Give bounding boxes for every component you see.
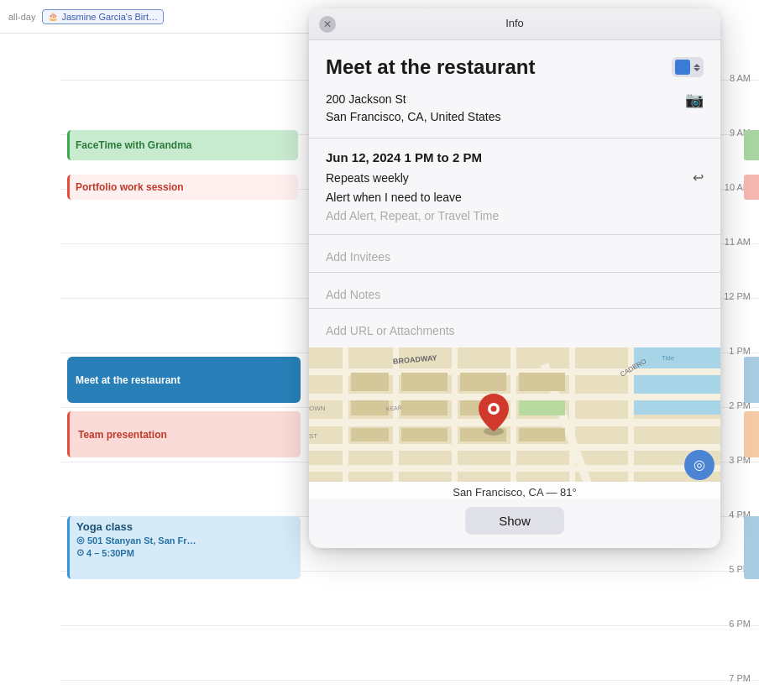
- location-row: 200 Jackson St San Francisco, CA, United…: [326, 91, 704, 126]
- time-8am: 8 AM: [730, 73, 751, 83]
- time-11am: 11 AM: [725, 237, 751, 247]
- hour-line-7pm: [60, 680, 759, 681]
- allday-event[interactable]: 🎂 Jasmine Garcia's Birt…: [42, 9, 164, 24]
- allday-row: all-day 🎂 Jasmine Garcia's Birt…: [0, 0, 311, 34]
- video-camera-icon[interactable]: 📷: [685, 91, 704, 109]
- svg-rect-18: [351, 400, 389, 415]
- close-button[interactable]: ✕: [319, 16, 336, 33]
- repeat-text: Repeats weekly: [326, 171, 409, 185]
- color-chevrons: [694, 64, 700, 71]
- location-line2: San Francisco, CA, United States: [326, 108, 501, 126]
- svg-rect-10: [510, 347, 516, 482]
- svg-text:ST: ST: [309, 432, 317, 440]
- svg-rect-24: [519, 428, 565, 441]
- info-panel-title: Info: [505, 17, 524, 29]
- svg-rect-11: [569, 347, 575, 482]
- right-event-1[interactable]: [744, 130, 759, 160]
- divider-4: [309, 308, 720, 309]
- repeat-row: Repeats weekly ↩: [326, 170, 704, 185]
- event-title-row: Meet at the restaurant: [326, 55, 704, 79]
- chevron-down-icon: [694, 68, 700, 71]
- time-6pm: 6 PM: [729, 619, 751, 629]
- divider-1: [309, 138, 720, 138]
- event-title: Meet at the restaurant: [326, 55, 535, 79]
- svg-rect-16: [460, 373, 506, 391]
- location-line1: 200 Jackson St: [326, 91, 501, 108]
- clock-icon: ⊙: [76, 547, 84, 558]
- add-alert-placeholder[interactable]: Add Alert, Repeat, or Travel Time: [326, 209, 704, 222]
- info-panel-body: Meet at the restaurant 200 Jackson St Sa…: [309, 40, 720, 344]
- map-visual: BROADWAY CADERO OWN ST KEAR Tide ◎: [309, 347, 720, 482]
- svg-rect-8: [393, 347, 399, 482]
- svg-rect-17: [519, 373, 565, 391]
- svg-text:OWN: OWN: [309, 405, 326, 412]
- calendar-color-selector[interactable]: [672, 57, 704, 77]
- event-datetime: Jun 12, 2024 1 PM to 2 PM: [326, 150, 704, 165]
- alert-text: Alert when I need to leave: [326, 191, 704, 204]
- yoga-address: ◎ 501 Stanyan St, San Fr…: [76, 535, 294, 546]
- time-7pm: 7 PM: [729, 673, 751, 683]
- add-url[interactable]: Add URL or Attachments: [326, 317, 704, 344]
- repeat-icon[interactable]: ↩: [693, 170, 704, 185]
- right-event-5[interactable]: [744, 516, 759, 579]
- svg-rect-9: [452, 347, 458, 482]
- svg-rect-22: [401, 428, 448, 441]
- divider-2: [309, 234, 720, 235]
- yoga-title: Yoga class: [76, 520, 294, 533]
- svg-rect-21: [351, 428, 389, 441]
- svg-text:Tide: Tide: [662, 354, 675, 362]
- allday-label: all-day: [8, 12, 35, 22]
- allday-event-text: Jasmine Garcia's Birt…: [61, 12, 158, 22]
- info-panel: ✕ Info Meet at the restaurant 200 Jackso…: [309, 8, 720, 548]
- birthday-icon: 🎂: [48, 12, 58, 21]
- time-1pm: 1 PM: [729, 346, 751, 356]
- svg-rect-19: [401, 400, 448, 415]
- info-panel-header: ✕ Info: [309, 8, 720, 40]
- hour-line-6pm: [60, 625, 759, 626]
- show-button[interactable]: Show: [465, 507, 564, 535]
- right-event-3[interactable]: [744, 357, 759, 403]
- add-notes[interactable]: Add Notes: [326, 281, 704, 308]
- event-portfolio[interactable]: Portfolio work session: [67, 175, 298, 200]
- svg-rect-15: [401, 373, 448, 391]
- map-svg: BROADWAY CADERO OWN ST KEAR Tide ◎: [309, 347, 720, 482]
- svg-rect-25: [519, 400, 565, 415]
- event-restaurant[interactable]: Meet at the restaurant: [67, 357, 301, 403]
- right-event-2[interactable]: [744, 175, 759, 200]
- location-icon: ◎: [76, 535, 85, 546]
- svg-rect-14: [351, 373, 389, 391]
- svg-point-34: [491, 406, 497, 412]
- event-team[interactable]: Team presentation: [67, 411, 301, 457]
- map-area[interactable]: BROADWAY CADERO OWN ST KEAR Tide ◎ San F…: [309, 347, 720, 499]
- yoga-time: ⊙ 4 – 5:30PM: [76, 547, 294, 558]
- event-facetime[interactable]: FaceTime with Grandma: [67, 130, 298, 160]
- show-button-area: Show: [309, 499, 720, 548]
- chevron-up-icon: [694, 64, 700, 67]
- time-12pm: 12 PM: [724, 291, 751, 301]
- right-event-4[interactable]: [744, 411, 759, 457]
- svg-text:◎: ◎: [694, 457, 705, 472]
- svg-rect-7: [343, 347, 348, 482]
- color-swatch: [675, 60, 690, 75]
- location-text: 200 Jackson St San Francisco, CA, United…: [326, 91, 501, 126]
- map-label: San Francisco, CA — 81°: [309, 482, 720, 499]
- add-invitees[interactable]: Add Invitees: [326, 243, 704, 270]
- divider-3: [309, 272, 720, 273]
- event-yoga[interactable]: Yoga class ◎ 501 Stanyan St, San Fr… ⊙ 4…: [67, 516, 301, 579]
